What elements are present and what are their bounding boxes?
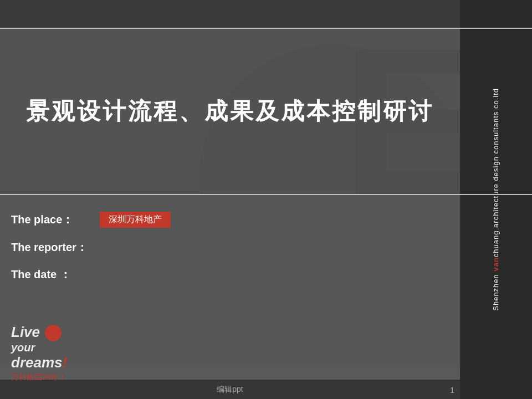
- logo-live-text: Live: [11, 324, 40, 340]
- title-section: 景观设计流程、成果及成本控制研讨: [0, 29, 460, 194]
- logo-your-text: your: [11, 341, 122, 354]
- reporter-label: The reporter：: [11, 240, 100, 255]
- sidebar-van: van: [492, 257, 500, 271]
- sidebar-rest: chuang architecture design consultants c…: [492, 88, 500, 257]
- footer-edit-label: 编辑ppt: [217, 385, 243, 395]
- place-label: The place：: [11, 212, 100, 227]
- sidebar-text: Shenzhen vanchuang architecture design c…: [491, 88, 501, 311]
- top-bar: [0, 0, 460, 28]
- logo-dreams-line: dreams!: [11, 354, 122, 371]
- date-row: The date ：: [11, 267, 449, 282]
- page-number: 1: [450, 386, 454, 395]
- reporter-row: The reporter：: [11, 240, 449, 255]
- date-label: The date ：: [11, 267, 100, 282]
- place-value: 深圳万科地产: [100, 212, 171, 228]
- logo-circle-icon: [45, 325, 62, 341]
- divider-top: [0, 28, 460, 29]
- bottom-bar: 编辑ppt: [0, 380, 460, 399]
- sidebar-shenzhen: Shenzhen: [492, 272, 500, 311]
- logo-area: Live your dreams! 万科集团20年！: [11, 325, 122, 382]
- logo-exclaim: !: [63, 354, 68, 371]
- logo-live-line: Live: [11, 325, 122, 341]
- logo-dreams-text: dreams: [11, 354, 63, 371]
- right-sidebar: Shenzhen vanchuang architecture design c…: [460, 0, 532, 399]
- sidebar-divider-top: [460, 28, 532, 29]
- divider-bottom: [0, 194, 460, 195]
- place-row: The place： 深圳万科地产: [11, 212, 449, 228]
- sidebar-divider-mid: [460, 194, 532, 195]
- slide-container: E 景观设计流程、成果及成本控制研讨 The place： 深圳万科地产 The…: [0, 0, 532, 399]
- main-title: 景观设计流程、成果及成本控制研讨: [26, 96, 434, 127]
- logo-sub-text: 万科集团20年！: [11, 372, 122, 382]
